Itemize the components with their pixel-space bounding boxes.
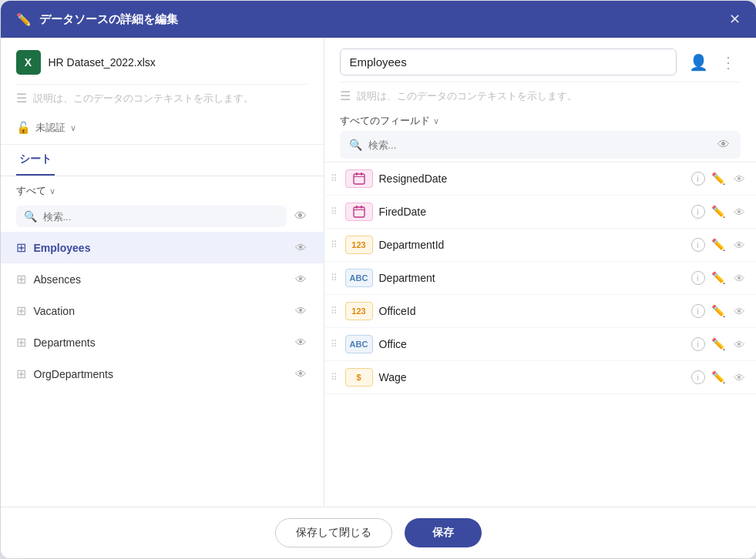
- sheet-label-vacation: Vacation: [34, 305, 286, 317]
- fields-filter-row[interactable]: すべてのフィールド ∨: [340, 106, 741, 131]
- eye-button-resigneddate[interactable]: 👁: [732, 172, 747, 186]
- sheet-eye-departments[interactable]: 👁: [294, 334, 308, 350]
- right-search-input[interactable]: [368, 139, 710, 151]
- right-search-bar: 🔍 👁: [340, 131, 741, 159]
- edit-button-wage[interactable]: ✏️: [710, 370, 727, 385]
- right-header: 👤 ⋮ ☰ 説明は、このデータのコンテキストを示します。 すべてのフィールド ∨…: [324, 38, 756, 162]
- modal-footer: 保存して閉じる 保存: [1, 507, 756, 558]
- drag-handle[interactable]: ⠿: [329, 339, 339, 350]
- drag-handle[interactable]: ⠿: [329, 173, 339, 184]
- sheet-grid-icon-absences: ⊞: [16, 272, 26, 286]
- info-button-department[interactable]: i: [691, 271, 705, 285]
- left-panel: X HR Dataset_2022.xlsx ☰ 説明は、このデータのコンテキス…: [1, 38, 324, 507]
- svg-rect-0: [354, 174, 365, 184]
- info-button-fireddate[interactable]: i: [691, 205, 705, 219]
- edit-button-fireddate[interactable]: ✏️: [710, 204, 727, 219]
- dataset-title-input[interactable]: [340, 49, 677, 75]
- eye-button-officeid[interactable]: 👁: [732, 304, 747, 319]
- field-name-officeid: OfficeId: [379, 305, 685, 317]
- sheet-item-orgdepartments[interactable]: ⊞ OrgDepartments 👁: [1, 358, 324, 390]
- edit-button-resigneddate[interactable]: ✏️: [710, 171, 727, 186]
- sheet-item-absences[interactable]: ⊞ Absences 👁: [1, 263, 324, 295]
- eye-button-wage[interactable]: 👁: [732, 370, 747, 385]
- field-type-badge-date: [345, 169, 373, 188]
- sheet-label-orgdepartments: OrgDepartments: [34, 368, 286, 380]
- dataset-actions: 👤 ⋮: [684, 50, 741, 75]
- edit-button-office[interactable]: ✏️: [710, 336, 727, 352]
- sheet-eye-employees[interactable]: 👁: [294, 239, 308, 256]
- field-type-badge-num-deptid: 123: [345, 236, 373, 254]
- field-actions-department: i ✏️ 👁: [691, 270, 747, 286]
- info-button-resigneddate[interactable]: i: [691, 172, 705, 186]
- info-button-departmentid[interactable]: i: [691, 238, 705, 252]
- edit-button-officeid[interactable]: ✏️: [710, 303, 727, 319]
- field-name-departmentid: DepartmentId: [379, 239, 685, 251]
- drag-handle[interactable]: ⠿: [329, 273, 339, 283]
- save-button[interactable]: 保存: [405, 518, 482, 547]
- modal-body: X HR Dataset_2022.xlsx ☰ 説明は、このデータのコンテキス…: [1, 38, 756, 507]
- fields-list: ⠿ ResignedDate i ✏️ 👁 ⠿: [324, 162, 756, 507]
- svg-rect-2: [356, 172, 358, 176]
- sheet-item-vacation[interactable]: ⊞ Vacation 👁: [1, 295, 324, 326]
- menu-icon: ☰: [16, 91, 27, 105]
- drag-handle[interactable]: ⠿: [329, 306, 339, 316]
- sheet-grid-icon: ⊞: [16, 240, 26, 255]
- field-actions-fireddate: i ✏️ 👁: [691, 204, 747, 219]
- drag-handle[interactable]: ⠿: [329, 239, 339, 250]
- edit-button-departmentid[interactable]: ✏️: [710, 237, 727, 253]
- sheet-label-employees: Employees: [34, 242, 286, 254]
- tab-sheet[interactable]: シート: [16, 145, 55, 176]
- eye-button-departmentid[interactable]: 👁: [732, 238, 747, 253]
- edit-button-department[interactable]: ✏️: [710, 270, 727, 286]
- field-name-office: Office: [379, 338, 685, 350]
- field-row-fireddate: ⠿ FiredDate i ✏️ 👁: [324, 196, 756, 229]
- drag-handle[interactable]: ⠿: [329, 206, 339, 217]
- excel-file-icon: X: [16, 50, 41, 75]
- close-button[interactable]: ✕: [729, 12, 741, 26]
- eye-button-fireddate[interactable]: 👁: [732, 205, 747, 219]
- left-eye-button[interactable]: 👁: [293, 208, 308, 225]
- info-button-wage[interactable]: i: [691, 370, 705, 384]
- drag-handle[interactable]: ⠿: [329, 372, 339, 383]
- field-name-resigneddate: ResignedDate: [379, 172, 685, 185]
- field-type-badge-date-fired: [345, 203, 373, 221]
- edit-icon: ✏️: [16, 12, 32, 27]
- auth-label: 未認証: [35, 121, 66, 135]
- field-row-resigneddate: ⠿ ResignedDate i ✏️ 👁: [324, 162, 756, 196]
- save-close-button[interactable]: 保存して閉じる: [275, 518, 392, 547]
- sheet-item-employees[interactable]: ⊞ Employees 👁: [1, 232, 324, 263]
- field-row-department: ⠿ ABC Department i ✏️ 👁: [324, 262, 756, 295]
- sheet-eye-orgdepartments[interactable]: 👁: [294, 366, 308, 382]
- field-actions-departmentid: i ✏️ 👁: [691, 237, 747, 253]
- auth-icon: 🔓: [16, 121, 31, 135]
- right-description-placeholder[interactable]: 説明は、このデータのコンテキストを示します。: [357, 89, 577, 103]
- sheet-eye-vacation[interactable]: 👁: [294, 303, 308, 319]
- file-section: X HR Dataset_2022.xlsx ☰ 説明は、このデータのコンテキス…: [1, 38, 324, 112]
- right-eye-button[interactable]: 👁: [716, 136, 731, 153]
- modal-header: ✏️ データソースの詳細を編集 ✕: [1, 1, 756, 38]
- info-button-officeid[interactable]: i: [691, 304, 705, 318]
- user-action-button[interactable]: 👤: [684, 50, 713, 75]
- left-description-placeholder[interactable]: 説明は、このデータのコンテキストを示します。: [33, 92, 254, 105]
- sheet-search-row: 🔍 👁: [16, 206, 308, 227]
- filter-row[interactable]: すべて ∨: [1, 176, 324, 206]
- field-row-departmentid: ⠿ 123 DepartmentId i ✏️ 👁: [324, 229, 756, 262]
- auth-row[interactable]: 🔓 未認証 ∨: [1, 112, 324, 145]
- auth-chevron: ∨: [70, 123, 76, 133]
- eye-button-department[interactable]: 👁: [732, 271, 747, 286]
- right-desc-row: ☰ 説明は、このデータのコンテキストを示します。: [340, 82, 741, 106]
- more-options-button[interactable]: ⋮: [716, 50, 741, 75]
- right-desc-menu-icon: ☰: [340, 89, 351, 103]
- field-actions-office: i ✏️ 👁: [691, 336, 747, 352]
- sheet-grid-icon-vacation: ⊞: [16, 303, 26, 318]
- sheet-grid-icon-orgdepartments: ⊞: [16, 367, 26, 381]
- eye-button-office[interactable]: 👁: [732, 337, 747, 352]
- file-row: X HR Dataset_2022.xlsx: [16, 50, 308, 75]
- search-icon-left: 🔍: [24, 210, 37, 223]
- svg-rect-3: [361, 172, 362, 176]
- sheet-eye-absences[interactable]: 👁: [294, 271, 308, 287]
- left-search-input[interactable]: [43, 211, 279, 223]
- edit-datasource-modal: ✏️ データソースの詳細を編集 ✕ X HR Dataset_2022.xlsx…: [1, 1, 756, 558]
- sheet-item-departments[interactable]: ⊞ Departments 👁: [1, 326, 324, 358]
- info-button-office[interactable]: i: [691, 337, 705, 351]
